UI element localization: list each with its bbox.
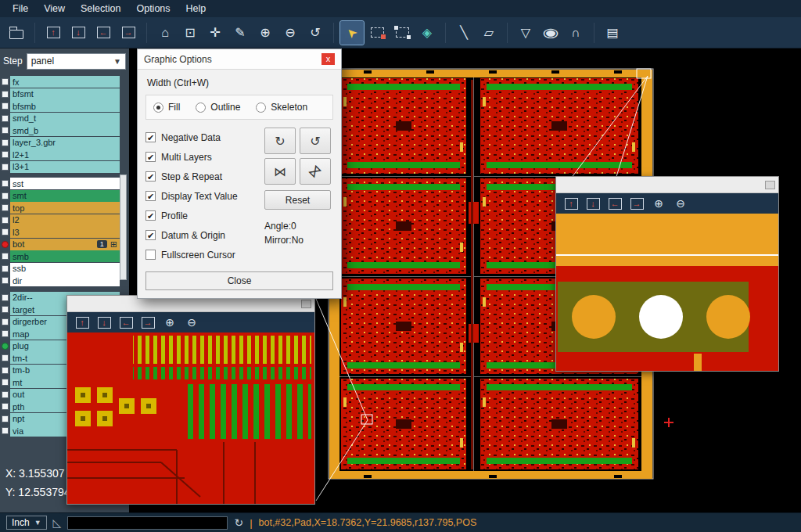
layer-visibility-cell[interactable] bbox=[0, 330, 10, 337]
layer-name-cell[interactable]: smt bbox=[10, 190, 120, 202]
zoom-previous-button[interactable]: ↺ bbox=[304, 21, 327, 45]
send-right-button[interactable]: → bbox=[139, 314, 156, 331]
layer-visibility-checkbox[interactable] bbox=[2, 127, 9, 134]
layer-visibility-checkbox[interactable] bbox=[2, 151, 9, 158]
layer-row-top[interactable]: top bbox=[0, 202, 129, 214]
magnifier-right-title-bar[interactable] bbox=[556, 177, 778, 193]
layer-name-cell[interactable]: dir bbox=[10, 275, 120, 286]
layer-row-smd_t[interactable]: smd_t bbox=[0, 113, 129, 124]
layer-name-cell[interactable]: l2 bbox=[10, 214, 120, 226]
layer-visibility-cell[interactable] bbox=[0, 367, 10, 374]
layer-name-cell[interactable]: top bbox=[10, 202, 120, 214]
send-up-button[interactable]: ↑ bbox=[74, 314, 91, 331]
rect-select-button[interactable] bbox=[365, 21, 389, 45]
magnifier-window-right[interactable]: ↑↓←→⊕⊖ bbox=[555, 176, 779, 372]
layer-visibility-cell[interactable] bbox=[0, 306, 10, 313]
window-button-icon[interactable] bbox=[301, 300, 311, 308]
send-down-button[interactable]: ↓ bbox=[584, 195, 602, 212]
menu-item-view[interactable]: View bbox=[36, 2, 73, 16]
dialog-title-bar[interactable]: Graphic Options x bbox=[138, 49, 341, 70]
layer-row-bfsmt[interactable]: bfsmt bbox=[0, 88, 129, 100]
layer-visibility-checkbox[interactable] bbox=[2, 330, 9, 337]
layer-visibility-checkbox[interactable] bbox=[2, 265, 9, 272]
save-down-button[interactable]: ↓ bbox=[66, 21, 90, 45]
mirror-diagonal-button[interactable]: ⋈ bbox=[300, 158, 331, 185]
layer-visibility-checkbox[interactable] bbox=[2, 180, 9, 187]
layer-active-marker[interactable] bbox=[0, 241, 10, 248]
layer-visibility-cell[interactable] bbox=[0, 294, 10, 301]
layer-visibility-cell[interactable] bbox=[0, 78, 10, 85]
layer-visibility-cell[interactable] bbox=[0, 180, 10, 187]
layer-visibility-checkbox[interactable] bbox=[2, 277, 9, 284]
layer-name-cell[interactable]: ssb bbox=[10, 263, 120, 275]
layer-visibility-checkbox[interactable] bbox=[2, 91, 9, 98]
checkbox-display-text-value[interactable]: ✔Display Text Value bbox=[145, 186, 264, 206]
layer-row-l3+1[interactable]: l3+1 bbox=[0, 161, 129, 173]
import-up-button[interactable]: ↑ bbox=[41, 21, 65, 45]
layer-visibility-cell[interactable] bbox=[0, 391, 10, 398]
radio-icon[interactable] bbox=[256, 102, 266, 113]
layer-visibility-cell[interactable] bbox=[0, 139, 10, 146]
layer-name-cell[interactable]: sst bbox=[10, 178, 120, 189]
layer-name-cell[interactable]: l3 bbox=[10, 226, 120, 238]
layer-row-bfsmb[interactable]: bfsmb bbox=[0, 100, 129, 112]
layer-row-bot[interactable]: bot1⊞ bbox=[0, 239, 129, 250]
layer-visibility-checkbox[interactable] bbox=[2, 367, 9, 374]
layer-name-cell[interactable]: l2+1 bbox=[10, 149, 120, 160]
transform-select-button[interactable] bbox=[390, 21, 414, 45]
menu-item-help[interactable]: Help bbox=[178, 2, 214, 16]
zoom-in-button[interactable]: ⊕ bbox=[253, 21, 277, 45]
eye-button[interactable]: ◉ bbox=[539, 21, 562, 45]
grid-icon[interactable]: ⊞ bbox=[110, 239, 117, 250]
layer-active-marker[interactable] bbox=[0, 343, 10, 350]
report-button[interactable]: ▤ bbox=[601, 21, 624, 45]
layer-name-cell[interactable]: bfsmb bbox=[10, 100, 120, 112]
ruler-button[interactable]: ▱ bbox=[477, 21, 501, 45]
checkbox-icon[interactable]: ✔ bbox=[145, 171, 156, 182]
layer-visibility-cell[interactable] bbox=[0, 127, 10, 134]
layer-row-smt[interactable]: smt bbox=[0, 190, 129, 202]
checkbox-icon[interactable]: ✔ bbox=[145, 132, 156, 142]
layer-visibility-checkbox[interactable] bbox=[2, 164, 9, 171]
layer-visibility-cell[interactable] bbox=[0, 427, 10, 434]
layer-visibility-cell[interactable] bbox=[0, 265, 10, 272]
layer-name-cell[interactable]: fx bbox=[10, 76, 120, 88]
zoom-out-button[interactable]: ⊖ bbox=[672, 195, 689, 212]
checkbox-datum-origin[interactable]: ✔Datum & Origin bbox=[145, 225, 264, 245]
load-left-button[interactable]: ← bbox=[92, 21, 115, 45]
zoom-out-button[interactable]: ⊖ bbox=[183, 314, 200, 331]
layer-visibility-checkbox[interactable] bbox=[2, 204, 9, 211]
layer-visibility-cell[interactable] bbox=[0, 415, 10, 422]
layer-name-cell[interactable]: l3+1 bbox=[10, 161, 120, 173]
layer-name-cell[interactable]: smd_t bbox=[10, 113, 120, 124]
layer-visibility-cell[interactable] bbox=[0, 91, 10, 98]
command-input[interactable] bbox=[67, 516, 228, 530]
magnifier-window-left[interactable]: ↑↓←→⊕⊖ bbox=[66, 295, 315, 505]
layer-row-l2+1[interactable]: l2+1 bbox=[0, 149, 129, 160]
export-right-button[interactable]: → bbox=[117, 21, 140, 45]
layer-visibility-checkbox[interactable] bbox=[2, 102, 9, 110]
checkbox-icon[interactable]: ✔ bbox=[145, 191, 156, 201]
layer-row-fx[interactable]: fx bbox=[0, 76, 129, 88]
close-button[interactable]: Close bbox=[145, 271, 333, 290]
menu-item-options[interactable]: Options bbox=[128, 2, 178, 16]
checkbox-fullscreen-cursor[interactable]: Fullscreen Cursor bbox=[145, 245, 264, 264]
layer-visibility-cell[interactable] bbox=[0, 151, 10, 158]
layer-visibility-checkbox[interactable] bbox=[2, 427, 9, 434]
checkbox-multi-layers[interactable]: ✔Multi Layers bbox=[145, 147, 264, 167]
checkbox-icon[interactable]: ✔ bbox=[145, 230, 156, 240]
layer-visibility-checkbox[interactable] bbox=[2, 192, 9, 200]
layer-visibility-checkbox[interactable] bbox=[2, 415, 9, 422]
layer-name-cell[interactable]: smb bbox=[10, 250, 120, 262]
refresh-icon[interactable]: ↻ bbox=[234, 516, 243, 529]
layer-list-scrollbar[interactable] bbox=[120, 174, 127, 280]
layer-visibility-cell[interactable] bbox=[0, 354, 10, 361]
layer-visibility-checkbox[interactable] bbox=[2, 228, 9, 235]
reset-button[interactable]: Reset bbox=[264, 190, 331, 210]
close-icon[interactable]: x bbox=[321, 53, 335, 65]
layer-visibility-checkbox[interactable] bbox=[2, 253, 9, 260]
magnet-button[interactable]: ∩ bbox=[564, 21, 587, 45]
layers-stack-button[interactable]: ◈ bbox=[415, 21, 439, 45]
layer-visibility-checkbox[interactable] bbox=[2, 354, 9, 361]
layer-visibility-cell[interactable] bbox=[0, 164, 10, 171]
